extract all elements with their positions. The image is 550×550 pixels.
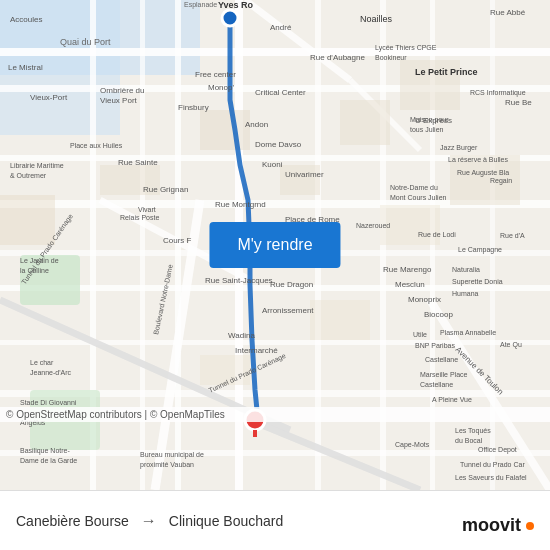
svg-text:& Outremer: & Outremer bbox=[10, 172, 47, 179]
svg-text:Superette Donia: Superette Donia bbox=[452, 278, 503, 286]
svg-text:Rue Abbé: Rue Abbé bbox=[490, 8, 526, 17]
svg-text:Jazz Burger: Jazz Burger bbox=[440, 144, 478, 152]
svg-rect-34 bbox=[310, 300, 370, 340]
svg-text:Rue d'A: Rue d'A bbox=[500, 232, 525, 239]
copyright-bar: © OpenStreetMap contributors | © OpenMap… bbox=[0, 407, 550, 422]
svg-text:Librairie Maritime: Librairie Maritime bbox=[10, 162, 64, 169]
svg-text:Rue de Lodi: Rue de Lodi bbox=[418, 231, 456, 238]
svg-text:Kuoni: Kuoni bbox=[262, 160, 283, 169]
svg-point-127 bbox=[222, 10, 238, 26]
svg-text:Basilique Notre-: Basilique Notre- bbox=[20, 447, 70, 455]
svg-text:Place aux Huiles: Place aux Huiles bbox=[70, 142, 123, 149]
svg-text:Lycée Thiers CPGE: Lycée Thiers CPGE bbox=[375, 44, 437, 52]
svg-text:du Bocal: du Bocal bbox=[455, 437, 483, 444]
destination-label: Clinique Bouchard bbox=[169, 513, 283, 529]
svg-text:Rue Montgrnd: Rue Montgrnd bbox=[215, 200, 266, 209]
svg-rect-36 bbox=[0, 195, 55, 245]
origin-label: Canebière Bourse bbox=[16, 513, 129, 529]
svg-rect-3 bbox=[0, 48, 550, 56]
svg-text:Rue Auguste Bla: Rue Auguste Bla bbox=[457, 169, 509, 177]
svg-text:Rue Marengo: Rue Marengo bbox=[383, 265, 432, 274]
svg-text:Monoprix: Monoprix bbox=[408, 295, 441, 304]
svg-text:Rue Sainte: Rue Sainte bbox=[118, 158, 158, 167]
svg-text:Cours F: Cours F bbox=[163, 236, 192, 245]
svg-text:Noailles: Noailles bbox=[360, 14, 393, 24]
svg-text:Naturalia: Naturalia bbox=[452, 266, 480, 273]
svg-text:Office Depot: Office Depot bbox=[478, 446, 517, 454]
svg-text:Le Petit Prince: Le Petit Prince bbox=[415, 67, 478, 77]
svg-text:Humana: Humana bbox=[452, 290, 479, 297]
svg-text:Jeanne-d'Arc: Jeanne-d'Arc bbox=[30, 369, 72, 376]
svg-text:Notre-Dame du: Notre-Dame du bbox=[390, 184, 438, 191]
moovit-logo: moovit bbox=[462, 515, 534, 536]
svg-text:Biocoop: Biocoop bbox=[424, 310, 453, 319]
copyright-text: © OpenStreetMap contributors | © OpenMap… bbox=[6, 409, 225, 420]
map-container: Quai du Port Accoules Le Mistral Vieux-P… bbox=[0, 0, 550, 490]
svg-text:Univarimer: Univarimer bbox=[285, 170, 324, 179]
svg-text:RCS Informatique: RCS Informatique bbox=[470, 89, 526, 97]
svg-text:Les Toqués: Les Toqués bbox=[455, 427, 491, 435]
svg-text:Bureau municipal de: Bureau municipal de bbox=[140, 451, 204, 459]
svg-text:Castellane: Castellane bbox=[420, 381, 453, 388]
svg-text:Finsbury: Finsbury bbox=[178, 103, 209, 112]
svg-rect-27 bbox=[200, 110, 250, 150]
svg-text:Maison pour: Maison pour bbox=[410, 116, 449, 124]
svg-text:proximité Vauban: proximité Vauban bbox=[140, 461, 194, 469]
svg-text:Free center: Free center bbox=[195, 70, 236, 79]
svg-text:Rue Be: Rue Be bbox=[505, 98, 532, 107]
svg-text:Rue Saint-Jacques: Rue Saint-Jacques bbox=[205, 276, 273, 285]
svg-text:Quai du Port: Quai du Port bbox=[60, 37, 111, 47]
svg-text:Nazeroued: Nazeroued bbox=[356, 222, 390, 229]
svg-text:André: André bbox=[270, 23, 292, 32]
navigate-button[interactable]: M'y rendre bbox=[209, 222, 340, 268]
svg-text:Dome Davso: Dome Davso bbox=[255, 140, 302, 149]
svg-text:Dame de la Garde: Dame de la Garde bbox=[20, 457, 77, 464]
arrow-icon: → bbox=[141, 512, 157, 530]
svg-text:A Pleine Vue: A Pleine Vue bbox=[432, 396, 472, 403]
svg-text:Critical Center: Critical Center bbox=[255, 88, 306, 97]
svg-text:Regain: Regain bbox=[490, 177, 512, 185]
svg-text:Le char: Le char bbox=[30, 359, 54, 366]
svg-text:Tunnel du Prado Car: Tunnel du Prado Car bbox=[460, 461, 525, 468]
svg-text:Accoules: Accoules bbox=[10, 15, 42, 24]
svg-text:Vieux-Port: Vieux-Port bbox=[30, 93, 68, 102]
moovit-dot bbox=[526, 522, 534, 530]
svg-text:Bookineur: Bookineur bbox=[375, 54, 407, 61]
svg-text:Les Saveurs du Falafel: Les Saveurs du Falafel bbox=[455, 474, 527, 481]
svg-text:Andon: Andon bbox=[245, 120, 268, 129]
svg-text:Ate Qu: Ate Qu bbox=[500, 341, 522, 349]
svg-text:Relais Poste: Relais Poste bbox=[120, 214, 159, 221]
svg-text:Rue Grignan: Rue Grignan bbox=[143, 185, 188, 194]
svg-text:Esplanade: Esplanade bbox=[184, 1, 217, 9]
svg-text:La réserve à Bulles: La réserve à Bulles bbox=[448, 156, 508, 163]
svg-text:Wadina: Wadina bbox=[228, 331, 255, 340]
svg-text:Intermarché: Intermarché bbox=[235, 346, 278, 355]
svg-text:Rue d'Aubagne: Rue d'Aubagne bbox=[310, 53, 365, 62]
svg-text:Monop': Monop' bbox=[208, 83, 234, 92]
svg-text:Mesclun: Mesclun bbox=[395, 280, 425, 289]
svg-text:Castellane: Castellane bbox=[425, 356, 458, 363]
svg-text:BNP Paribas: BNP Paribas bbox=[415, 342, 455, 349]
svg-text:Vivart: Vivart bbox=[138, 206, 156, 213]
svg-text:Marseille Place: Marseille Place bbox=[420, 371, 468, 378]
svg-text:tous Julien: tous Julien bbox=[410, 126, 444, 133]
svg-text:Plasma Annabelle: Plasma Annabelle bbox=[440, 329, 496, 336]
moovit-text: moovit bbox=[462, 515, 521, 536]
svg-text:Le Campagne: Le Campagne bbox=[458, 246, 502, 254]
svg-text:Rue Dragon: Rue Dragon bbox=[270, 280, 313, 289]
svg-text:Arronissement: Arronissement bbox=[262, 306, 314, 315]
svg-text:Cape-Mots: Cape-Mots bbox=[395, 441, 430, 449]
svg-text:Mont Cours Julien: Mont Cours Julien bbox=[390, 194, 447, 201]
svg-text:Le Mistral: Le Mistral bbox=[8, 63, 43, 72]
svg-rect-30 bbox=[340, 100, 390, 145]
svg-text:Stade Di Giovanni: Stade Di Giovanni bbox=[20, 399, 77, 406]
bottom-bar: Canebière Bourse → Clinique Bouchard moo… bbox=[0, 490, 550, 550]
svg-text:Ombrière du: Ombrière du bbox=[100, 86, 144, 95]
svg-rect-11 bbox=[0, 450, 550, 456]
svg-text:Yves Ro: Yves Ro bbox=[218, 0, 254, 10]
svg-text:Vieux Port: Vieux Port bbox=[100, 96, 138, 105]
svg-text:Utile: Utile bbox=[413, 331, 427, 338]
